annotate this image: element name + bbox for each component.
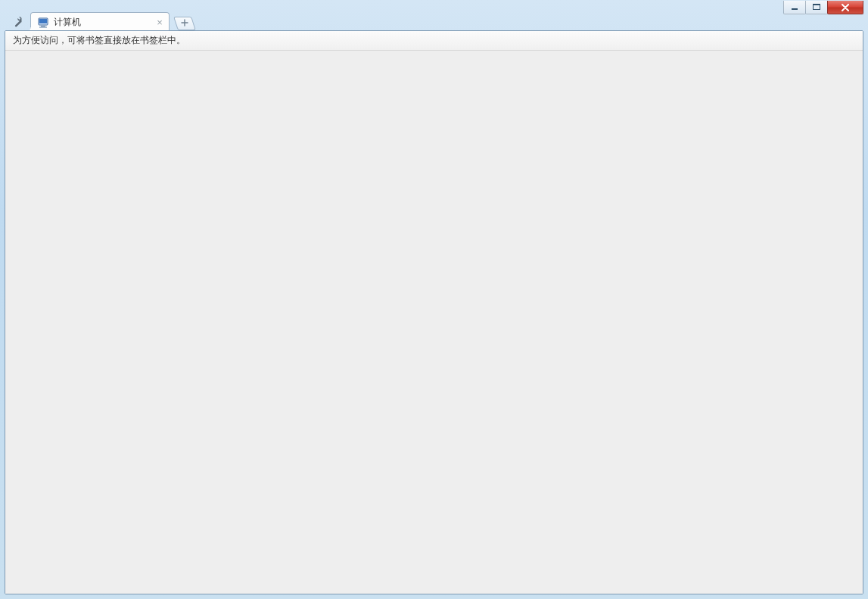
new-tab-button[interactable] [173, 17, 196, 30]
tab-strip: 计算机 × [8, 11, 860, 32]
computer-icon [37, 17, 49, 29]
plus-icon [181, 19, 188, 28]
svg-rect-5 [41, 26, 45, 27]
browser-window: 计算机 × 为方便访问，可将书签直接放在书签栏中。 [0, 0, 868, 599]
close-window-icon [841, 4, 850, 11]
svg-rect-0 [792, 8, 798, 10]
bookmark-bar-hint: 为方便访问，可将书签直接放在书签栏中。 [13, 34, 185, 47]
svg-rect-4 [39, 19, 47, 23]
browser-viewport: 为方便访问，可将书签直接放在书签栏中。 [5, 30, 863, 594]
wrench-menu-button[interactable] [8, 12, 27, 32]
maximize-icon [813, 4, 821, 11]
wrench-icon [11, 16, 23, 28]
page-content [5, 51, 863, 594]
close-tab-button[interactable]: × [155, 18, 164, 27]
active-tab[interactable]: 计算机 × [30, 12, 170, 32]
minimize-icon [791, 5, 798, 11]
svg-rect-6 [39, 27, 47, 27]
tab-title: 计算机 [54, 16, 81, 29]
bookmark-bar[interactable]: 为方便访问，可将书签直接放在书签栏中。 [5, 31, 863, 51]
svg-rect-2 [813, 4, 820, 5]
